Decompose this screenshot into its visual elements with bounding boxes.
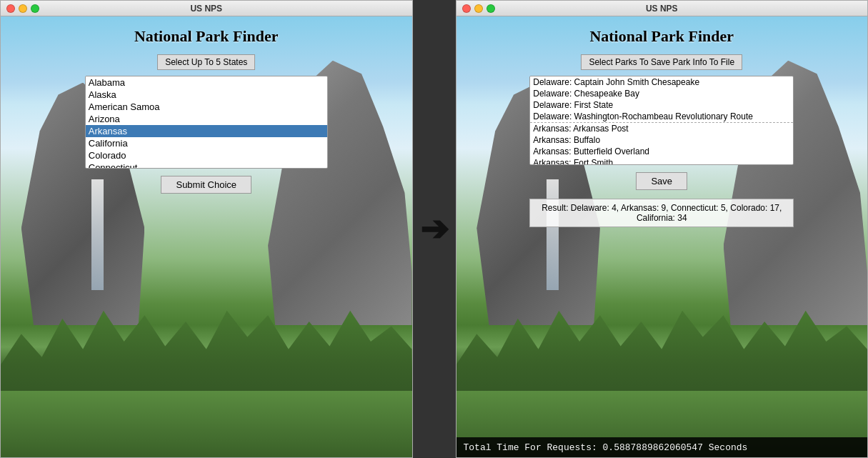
right-app-title: National Park Finder bbox=[589, 27, 734, 46]
result-display: Result: Delaware: 4, Arkansas: 9, Connec… bbox=[529, 199, 794, 227]
left-app-title: National Park Finder bbox=[134, 27, 279, 46]
arrow-divider: ➔ bbox=[413, 0, 456, 458]
right-window: US NPS National Park Finder Select Parks… bbox=[456, 0, 869, 458]
state-option-arkansas[interactable]: Arkansas bbox=[86, 125, 327, 137]
park-arkansas-fort[interactable]: Arkansas: Fort Smith bbox=[530, 157, 793, 165]
right-waterfall bbox=[547, 179, 559, 289]
right-arrow-icon: ➔ bbox=[420, 212, 449, 247]
select-states-label: Select Up To 5 States bbox=[157, 54, 255, 70]
state-option-arizona[interactable]: Arizona bbox=[86, 113, 327, 125]
right-traffic-lights bbox=[462, 4, 495, 13]
park-delaware-first[interactable]: Delaware: First State bbox=[530, 99, 793, 111]
left-fullscreen-button[interactable] bbox=[31, 4, 39, 13]
submit-choice-button[interactable]: Submit Choice bbox=[161, 176, 251, 194]
right-title-bar: US NPS bbox=[457, 1, 868, 16]
right-close-button[interactable] bbox=[462, 4, 471, 13]
parks-listbox[interactable]: Delaware: Captain John Smith Chesapeake … bbox=[529, 76, 794, 165]
park-delaware-captain[interactable]: Delaware: Captain John Smith Chesapeake bbox=[530, 76, 793, 88]
save-button[interactable]: Save bbox=[636, 172, 687, 190]
park-arkansas-post[interactable]: Arkansas: Arkansas Post bbox=[530, 123, 793, 134]
left-title-bar: US NPS bbox=[1, 1, 412, 16]
right-background: National Park Finder Select Parks To Sav… bbox=[457, 16, 868, 457]
right-window-title: US NPS bbox=[646, 4, 678, 14]
state-option-alaska[interactable]: Alaska bbox=[86, 89, 327, 101]
left-meadow bbox=[1, 391, 412, 457]
left-background: National Park Finder Select Up To 5 Stat… bbox=[1, 16, 412, 457]
status-bar: Total Time For Requests: 0.5887889862060… bbox=[457, 437, 868, 457]
left-waterfall bbox=[91, 179, 104, 289]
park-arkansas-buffalo[interactable]: Arkansas: Buffalo bbox=[530, 134, 793, 146]
state-option-connecticut[interactable]: Connecticut bbox=[86, 161, 327, 169]
left-window-title: US NPS bbox=[190, 4, 222, 14]
select-parks-label: Select Parks To Save Park Info To File bbox=[581, 54, 742, 70]
park-delaware-chesapeake[interactable]: Delaware: Chesapeake Bay bbox=[530, 88, 793, 99]
park-arkansas-butterfield[interactable]: Arkansas: Butterfield Overland bbox=[530, 146, 793, 157]
state-option-colorado[interactable]: Colorado bbox=[86, 149, 327, 161]
state-option-alabama[interactable]: Alabama bbox=[86, 76, 327, 89]
right-fullscreen-button[interactable] bbox=[487, 4, 495, 13]
left-window: US NPS National Park Finder Select Up To… bbox=[0, 0, 413, 458]
left-minimize-button[interactable] bbox=[19, 4, 27, 13]
state-option-california[interactable]: California bbox=[86, 137, 327, 149]
status-text: Total Time For Requests: 0.5887889862060… bbox=[464, 442, 748, 453]
left-close-button[interactable] bbox=[6, 4, 15, 13]
park-delaware-washington[interactable]: Delaware: Washington-Rochambeau Revoluti… bbox=[530, 111, 793, 123]
state-option-american-samoa[interactable]: American Samoa bbox=[86, 101, 327, 113]
left-traffic-lights bbox=[6, 4, 39, 13]
right-minimize-button[interactable] bbox=[474, 4, 483, 13]
state-listbox[interactable]: Alabama Alaska American Samoa Arizona Ar… bbox=[85, 76, 328, 169]
